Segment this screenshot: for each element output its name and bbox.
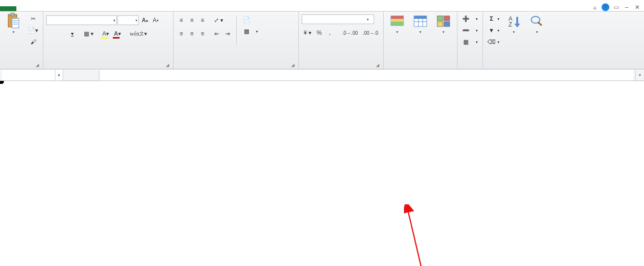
accept-formula-icon[interactable] [76, 70, 85, 80]
window-minimize-icon[interactable]: – [623, 3, 631, 11]
delete-cells-button[interactable]: ➖▾ [460, 25, 480, 36]
group-alignment: ≡ ≡ ≡ ⤢ ▾ ≡ ≡ ≡ ⇤ ⇥ 📄 ▦▾ [174, 12, 299, 69]
font-size-combo[interactable]: ▾ [118, 15, 139, 25]
ribbon-minimize-icon[interactable]: ▵ [591, 3, 599, 11]
border-button[interactable]: ▦ ▾ [82, 28, 95, 39]
formula-input[interactable] [100, 70, 633, 80]
group-cells: ➕▾ ➖▾ ▦▾ [457, 12, 483, 69]
formula-bar: ▾ ▾ [0, 69, 644, 81]
increase-decimal-icon[interactable]: .0→.00 [340, 27, 360, 38]
svg-rect-11 [414, 16, 427, 19]
group-font: ▾ ▾ A▴ A▾ ▾ ▦ ▾ A ▾ A ▾ wén文 ▾ ◢ [43, 12, 174, 69]
spreadsheet-grid[interactable] [0, 81, 644, 266]
italic-button[interactable] [57, 28, 67, 39]
copy-button[interactable]: 📄▾ [26, 25, 40, 36]
insert-cells-button[interactable]: ➕▾ [460, 13, 480, 24]
align-left-icon[interactable]: ≡ [176, 28, 186, 39]
expand-formula-bar-icon[interactable]: ▾ [635, 70, 644, 80]
bold-button[interactable] [46, 28, 56, 39]
align-top-icon[interactable]: ≡ [176, 15, 186, 26]
svg-rect-8 [391, 19, 403, 22]
group-clipboard: ▾ ✂ 📄▾ 🖌 ◢ [0, 12, 43, 69]
cell-styles-button[interactable]: ▾ [433, 13, 454, 35]
group-styles: ▾ ▾ ▾ [384, 12, 457, 69]
align-bottom-icon[interactable]: ≡ [198, 15, 207, 26]
window-close-icon[interactable]: ✕ [633, 3, 641, 11]
paste-button[interactable]: ▾ [3, 13, 24, 35]
format-cells-button[interactable]: ▦▾ [460, 37, 480, 47]
ribbon: ▾ ✂ 📄▾ 🖌 ◢ ▾ ▾ A▴ A▾ ▾ ▦ ▾ [0, 12, 644, 69]
svg-rect-18 [444, 22, 450, 27]
font-color-button[interactable]: A ▾ [112, 28, 123, 39]
dialog-launcher-icon[interactable]: ◢ [291, 63, 295, 67]
wrap-text-button[interactable]: 📄 [241, 14, 260, 25]
annotation-arrow-icon [404, 204, 438, 266]
fill-button[interactable]: ▼▾ [486, 25, 501, 36]
svg-rect-15 [437, 16, 443, 21]
orientation-icon[interactable]: ⤢ ▾ [212, 15, 225, 26]
dialog-launcher-icon[interactable]: ◢ [376, 63, 379, 67]
clear-button[interactable]: ⌫▾ [486, 37, 501, 47]
number-format-combo[interactable]: ▾ [302, 14, 374, 24]
comma-format-icon[interactable]: , [325, 27, 335, 38]
indent-decrease-icon[interactable]: ⇤ [212, 28, 222, 39]
ribbon-tabs: ▵ ? ▭ – ✕ [0, 0, 644, 12]
find-select-button[interactable]: ▾ [526, 13, 548, 35]
align-middle-icon[interactable]: ≡ [187, 15, 197, 26]
dialog-launcher-icon[interactable]: ◢ [166, 63, 169, 67]
chevron-down-icon: ▾ [13, 30, 14, 34]
conditional-formatting-button[interactable]: ▾ [387, 13, 408, 35]
percent-format-icon[interactable]: % [314, 27, 324, 38]
align-right-icon[interactable]: ≡ [198, 28, 207, 39]
chevron-down-icon[interactable]: ▾ [55, 70, 63, 80]
accounting-format-icon[interactable]: ¥ ▾ [302, 27, 313, 38]
font-name-combo[interactable]: ▾ [46, 15, 117, 25]
group-editing: Σ▾ ▼▾ ⌫▾ AZ ▾ ▾ [483, 12, 550, 69]
svg-rect-7 [391, 16, 403, 19]
fill-color-button[interactable]: A ▾ [100, 28, 111, 39]
dialog-launcher-icon[interactable]: ◢ [36, 63, 39, 67]
tab-file[interactable] [0, 6, 16, 11]
merge-center-button[interactable]: ▦▾ [241, 26, 260, 37]
increase-font-icon[interactable]: A▴ [140, 15, 150, 26]
sort-filter-button[interactable]: AZ ▾ [503, 13, 524, 35]
help-icon[interactable]: ? [602, 3, 609, 11]
svg-rect-1 [11, 13, 14, 16]
decrease-font-icon[interactable]: A▾ [151, 15, 161, 26]
window-restore-icon[interactable]: ▭ [612, 3, 620, 11]
group-number: ▾ ¥ ▾ % , .0→.00 .00→.0 ◢ [299, 12, 384, 69]
svg-text:Z: Z [509, 21, 512, 28]
svg-rect-17 [437, 22, 443, 27]
insert-function-icon[interactable] [86, 70, 96, 80]
cut-button[interactable]: ✂ [26, 13, 40, 24]
phonetic-button[interactable]: wén文 ▾ [128, 28, 149, 39]
svg-line-23 [408, 210, 428, 266]
svg-rect-2 [12, 18, 19, 28]
align-center-icon[interactable]: ≡ [187, 28, 197, 39]
window-controls: ▵ ? ▭ – ✕ [591, 3, 644, 11]
autosum-button[interactable]: Σ▾ [486, 13, 501, 24]
underline-button[interactable]: ▾ [67, 28, 77, 39]
name-box[interactable]: ▾ [2, 70, 63, 80]
decrease-decimal-icon[interactable]: .00→.0 [361, 27, 380, 38]
fill-handle-icon[interactable] [0, 81, 3, 84]
svg-rect-9 [391, 22, 403, 26]
format-painter-button[interactable]: 🖌 [26, 37, 40, 47]
cancel-formula-icon[interactable] [65, 70, 75, 80]
svg-rect-16 [444, 16, 450, 21]
svg-rect-22 [537, 22, 542, 26]
indent-increase-icon[interactable]: ⇥ [223, 28, 232, 39]
format-as-table-button[interactable]: ▾ [410, 13, 431, 35]
